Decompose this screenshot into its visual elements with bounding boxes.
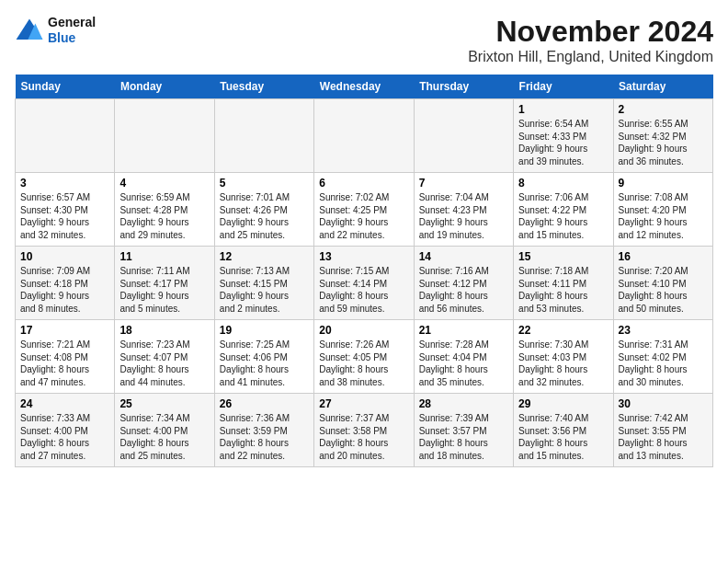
page-subtitle: Brixton Hill, England, United Kingdom	[468, 49, 713, 65]
column-header-sunday: Sunday	[16, 75, 115, 99]
day-number: 10	[20, 250, 109, 263]
day-info: Sunrise: 7:37 AM Sunset: 3:58 PM Dayligh…	[319, 412, 408, 462]
calendar-cell: 6Sunrise: 7:02 AM Sunset: 4:25 PM Daylig…	[314, 173, 414, 247]
day-info: Sunrise: 6:54 AM Sunset: 4:33 PM Dayligh…	[518, 118, 608, 167]
calendar-cell: 15Sunrise: 7:18 AM Sunset: 4:11 PM Dayli…	[514, 247, 613, 320]
calendar-cell	[115, 99, 214, 173]
day-number: 8	[518, 177, 608, 190]
calendar-header-row: SundayMondayTuesdayWednesdayThursdayFrid…	[16, 75, 713, 99]
day-number: 23	[619, 324, 708, 337]
day-info: Sunrise: 7:16 AM Sunset: 4:12 PM Dayligh…	[419, 265, 508, 315]
page-header: General Blue November 2024 Brixton Hill,…	[15, 15, 713, 65]
day-info: Sunrise: 7:21 AM Sunset: 4:08 PM Dayligh…	[20, 339, 109, 388]
day-number: 16	[619, 250, 708, 263]
day-number: 9	[619, 177, 708, 190]
calendar-cell: 12Sunrise: 7:13 AM Sunset: 4:15 PM Dayli…	[214, 247, 313, 320]
calendar-cell: 19Sunrise: 7:25 AM Sunset: 4:06 PM Dayli…	[214, 320, 313, 394]
calendar-cell	[16, 99, 115, 173]
day-number: 6	[319, 177, 408, 190]
day-number: 3	[20, 177, 109, 190]
calendar-cell: 25Sunrise: 7:34 AM Sunset: 4:00 PM Dayli…	[115, 394, 214, 467]
day-info: Sunrise: 7:02 AM Sunset: 4:25 PM Dayligh…	[319, 191, 408, 241]
calendar-cell: 1Sunrise: 6:54 AM Sunset: 4:33 PM Daylig…	[514, 99, 613, 173]
calendar-table: SundayMondayTuesdayWednesdayThursdayFrid…	[15, 75, 713, 467]
calendar-week-5: 24Sunrise: 7:33 AM Sunset: 4:00 PM Dayli…	[16, 394, 713, 467]
day-number: 18	[119, 324, 209, 337]
day-number: 20	[319, 324, 408, 337]
day-info: Sunrise: 7:33 AM Sunset: 4:00 PM Dayligh…	[20, 412, 109, 462]
day-number: 17	[20, 324, 109, 337]
calendar-cell	[314, 99, 414, 173]
day-info: Sunrise: 7:39 AM Sunset: 3:57 PM Dayligh…	[419, 412, 508, 462]
column-header-friday: Friday	[514, 75, 613, 99]
calendar-cell: 18Sunrise: 7:23 AM Sunset: 4:07 PM Dayli…	[115, 320, 214, 394]
day-number: 1	[518, 103, 608, 116]
calendar-cell: 23Sunrise: 7:31 AM Sunset: 4:02 PM Dayli…	[613, 320, 712, 394]
calendar-cell: 30Sunrise: 7:42 AM Sunset: 3:55 PM Dayli…	[613, 394, 712, 467]
day-number: 26	[220, 397, 309, 410]
day-info: Sunrise: 7:34 AM Sunset: 4:00 PM Dayligh…	[119, 412, 209, 462]
calendar-week-1: 1Sunrise: 6:54 AM Sunset: 4:33 PM Daylig…	[16, 99, 713, 173]
day-info: Sunrise: 7:08 AM Sunset: 4:20 PM Dayligh…	[619, 191, 708, 241]
column-header-thursday: Thursday	[414, 75, 513, 99]
day-info: Sunrise: 7:06 AM Sunset: 4:22 PM Dayligh…	[518, 191, 608, 241]
day-number: 19	[220, 324, 309, 337]
column-header-wednesday: Wednesday	[314, 75, 414, 99]
day-info: Sunrise: 7:40 AM Sunset: 3:56 PM Dayligh…	[518, 412, 608, 462]
calendar-cell: 27Sunrise: 7:37 AM Sunset: 3:58 PM Dayli…	[314, 394, 414, 467]
day-info: Sunrise: 7:28 AM Sunset: 4:04 PM Dayligh…	[419, 339, 508, 388]
calendar-cell: 9Sunrise: 7:08 AM Sunset: 4:20 PM Daylig…	[613, 173, 712, 247]
calendar-cell: 21Sunrise: 7:28 AM Sunset: 4:04 PM Dayli…	[414, 320, 513, 394]
day-info: Sunrise: 7:20 AM Sunset: 4:10 PM Dayligh…	[619, 265, 708, 315]
day-info: Sunrise: 6:55 AM Sunset: 4:32 PM Dayligh…	[619, 118, 708, 167]
calendar-cell	[214, 99, 313, 173]
calendar-cell: 24Sunrise: 7:33 AM Sunset: 4:00 PM Dayli…	[16, 394, 115, 467]
day-info: Sunrise: 7:31 AM Sunset: 4:02 PM Dayligh…	[619, 339, 708, 388]
day-number: 2	[619, 103, 708, 116]
day-number: 30	[619, 397, 708, 410]
day-info: Sunrise: 7:15 AM Sunset: 4:14 PM Dayligh…	[319, 265, 408, 315]
day-number: 22	[518, 324, 608, 337]
day-info: Sunrise: 7:42 AM Sunset: 3:55 PM Dayligh…	[619, 412, 708, 462]
calendar-cell: 17Sunrise: 7:21 AM Sunset: 4:08 PM Dayli…	[16, 320, 115, 394]
calendar-cell	[414, 99, 513, 173]
day-number: 25	[119, 397, 209, 410]
calendar-cell: 11Sunrise: 7:11 AM Sunset: 4:17 PM Dayli…	[115, 247, 214, 320]
calendar-cell: 10Sunrise: 7:09 AM Sunset: 4:18 PM Dayli…	[16, 247, 115, 320]
day-info: Sunrise: 6:59 AM Sunset: 4:28 PM Dayligh…	[119, 191, 209, 241]
day-number: 14	[419, 250, 508, 263]
calendar-week-3: 10Sunrise: 7:09 AM Sunset: 4:18 PM Dayli…	[16, 247, 713, 320]
day-number: 24	[20, 397, 109, 410]
day-info: Sunrise: 7:36 AM Sunset: 3:59 PM Dayligh…	[220, 412, 309, 462]
calendar-cell: 5Sunrise: 7:01 AM Sunset: 4:26 PM Daylig…	[214, 173, 313, 247]
title-area: November 2024 Brixton Hill, England, Uni…	[468, 15, 713, 65]
day-number: 5	[220, 177, 309, 190]
column-header-tuesday: Tuesday	[214, 75, 313, 99]
day-info: Sunrise: 7:04 AM Sunset: 4:23 PM Dayligh…	[419, 191, 508, 241]
day-info: Sunrise: 6:57 AM Sunset: 4:30 PM Dayligh…	[20, 191, 109, 241]
calendar-cell: 26Sunrise: 7:36 AM Sunset: 3:59 PM Dayli…	[214, 394, 313, 467]
calendar-cell: 2Sunrise: 6:55 AM Sunset: 4:32 PM Daylig…	[613, 99, 712, 173]
day-info: Sunrise: 7:30 AM Sunset: 4:03 PM Dayligh…	[518, 339, 608, 388]
calendar-week-2: 3Sunrise: 6:57 AM Sunset: 4:30 PM Daylig…	[16, 173, 713, 247]
day-info: Sunrise: 7:25 AM Sunset: 4:06 PM Dayligh…	[220, 339, 309, 388]
calendar-cell: 13Sunrise: 7:15 AM Sunset: 4:14 PM Dayli…	[314, 247, 414, 320]
day-info: Sunrise: 7:18 AM Sunset: 4:11 PM Dayligh…	[518, 265, 608, 315]
column-header-saturday: Saturday	[613, 75, 712, 99]
day-number: 15	[518, 250, 608, 263]
day-info: Sunrise: 7:13 AM Sunset: 4:15 PM Dayligh…	[220, 265, 309, 315]
calendar-body: 1Sunrise: 6:54 AM Sunset: 4:33 PM Daylig…	[16, 99, 713, 467]
day-info: Sunrise: 7:01 AM Sunset: 4:26 PM Dayligh…	[220, 191, 309, 241]
day-number: 7	[419, 177, 508, 190]
day-number: 29	[518, 397, 608, 410]
calendar-cell: 20Sunrise: 7:26 AM Sunset: 4:05 PM Dayli…	[314, 320, 414, 394]
calendar-cell: 4Sunrise: 6:59 AM Sunset: 4:28 PM Daylig…	[115, 173, 214, 247]
day-info: Sunrise: 7:23 AM Sunset: 4:07 PM Dayligh…	[119, 339, 209, 388]
logo-icon	[15, 17, 44, 43]
day-info: Sunrise: 7:11 AM Sunset: 4:17 PM Dayligh…	[119, 265, 209, 315]
day-number: 4	[119, 177, 209, 190]
page-title: November 2024	[468, 15, 713, 49]
column-header-monday: Monday	[115, 75, 214, 99]
day-number: 12	[220, 250, 309, 263]
day-info: Sunrise: 7:09 AM Sunset: 4:18 PM Dayligh…	[20, 265, 109, 315]
